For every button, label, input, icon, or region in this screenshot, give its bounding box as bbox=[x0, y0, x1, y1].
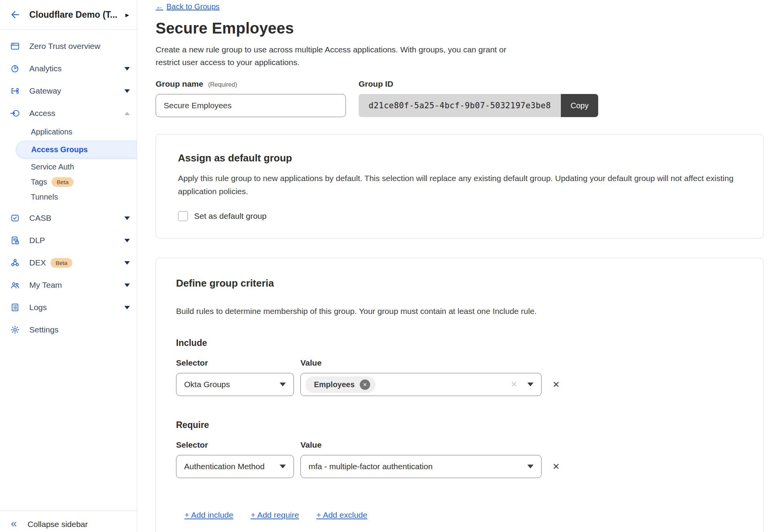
access-icon bbox=[10, 108, 20, 118]
include-labels-row: Selector Value bbox=[176, 358, 741, 368]
back-to-groups-link[interactable]: ← Back to Groups bbox=[156, 2, 220, 11]
chevron-right-icon[interactable]: ▸ bbox=[125, 11, 129, 18]
sidebar: Cloudflare Demo (T... ▸ Zero Trust overv… bbox=[0, 0, 137, 532]
require-value: mfa - multiple-factor authentication bbox=[309, 462, 433, 471]
selector-label: Selector bbox=[176, 358, 300, 368]
require-value-dropdown[interactable]: mfa - multiple-factor authentication bbox=[300, 455, 542, 478]
include-value-multiselect[interactable]: Employees ✕ ✕ bbox=[300, 373, 542, 396]
chevron-down-icon[interactable] bbox=[124, 261, 130, 265]
group-id-value: d21ce80f-5a25-4bcf-9b07-5032197e3be8 bbox=[359, 94, 561, 117]
sidebar-item-label: Tunnels bbox=[31, 193, 58, 201]
sidebar-item-label: Zero Trust overview bbox=[29, 42, 100, 51]
set-default-group-row[interactable]: Set as default group bbox=[178, 211, 741, 221]
window-icon bbox=[10, 41, 20, 51]
gateway-icon bbox=[10, 86, 20, 96]
sidebar-item-label: Service Auth bbox=[31, 163, 74, 171]
value-label: Value bbox=[300, 440, 322, 450]
sidebar-item-label: DEX bbox=[29, 258, 46, 267]
chevron-down-icon[interactable] bbox=[124, 284, 130, 287]
sidebar-item-casb[interactable]: CASB bbox=[0, 207, 137, 229]
sidebar-item-label: Logs bbox=[29, 303, 47, 312]
group-id-label: Group ID bbox=[359, 79, 598, 89]
group-fields-row: Group name (Required) Group ID d21ce80f-… bbox=[156, 79, 770, 117]
default-group-title: Assign as default group bbox=[178, 152, 741, 164]
sidebar-nav: Zero Trust overview Analytics Gateway bbox=[0, 30, 137, 510]
include-selector-value: Okta Groups bbox=[184, 380, 230, 389]
sidebar-item-label: Gateway bbox=[29, 86, 61, 96]
sidebar-item-my-team[interactable]: My Team bbox=[0, 274, 137, 296]
sidebar-item-analytics[interactable]: Analytics bbox=[0, 57, 137, 80]
account-name: Cloudflare Demo (T... bbox=[29, 10, 117, 20]
add-include-link[interactable]: + Add include bbox=[185, 510, 233, 520]
group-id-field: Group ID d21ce80f-5a25-4bcf-9b07-5032197… bbox=[359, 79, 598, 117]
page-title: Secure Employees bbox=[156, 20, 770, 37]
selector-label: Selector bbox=[176, 440, 300, 450]
criteria-description: Build rules to determine membership of t… bbox=[176, 305, 741, 318]
include-selector-dropdown[interactable]: Okta Groups bbox=[176, 373, 294, 396]
sidebar-item-label: DLP bbox=[29, 236, 45, 245]
sidebar-item-gateway[interactable]: Gateway bbox=[0, 80, 137, 102]
clear-icon[interactable]: ✕ bbox=[510, 380, 517, 389]
sidebar-item-zero-trust-overview[interactable]: Zero Trust overview bbox=[0, 35, 137, 57]
require-heading: Require bbox=[176, 420, 741, 430]
sidebar-item-label: My Team bbox=[29, 280, 62, 290]
default-group-card: Assign as default group Apply this rule … bbox=[156, 134, 763, 238]
sidebar-item-dex[interactable]: DEX Beta bbox=[0, 252, 137, 274]
sidebar-item-label: Settings bbox=[29, 325, 59, 334]
chevron-down-icon[interactable] bbox=[124, 216, 130, 220]
add-require-link[interactable]: + Add require bbox=[251, 510, 299, 520]
sidebar-item-tunnels[interactable]: Tunnels bbox=[0, 190, 137, 205]
chevron-down-icon[interactable] bbox=[124, 306, 130, 309]
require-selector-value: Authentication Method bbox=[184, 462, 265, 471]
sidebar-item-dlp[interactable]: DLP bbox=[0, 229, 137, 252]
sidebar-item-label: Tags bbox=[31, 178, 47, 186]
sidebar-item-access-groups[interactable]: Access Groups bbox=[16, 141, 137, 158]
group-name-input[interactable] bbox=[156, 94, 346, 117]
chevron-down-icon[interactable] bbox=[124, 239, 130, 242]
require-selector-dropdown[interactable]: Authentication Method bbox=[176, 455, 294, 478]
chevron-down-icon bbox=[527, 383, 533, 386]
back-arrow-icon: ← bbox=[156, 2, 163, 11]
chevron-down-icon[interactable] bbox=[124, 89, 130, 93]
sidebar-item-logs[interactable]: Logs bbox=[0, 296, 137, 319]
require-labels-row: Selector Value bbox=[176, 440, 741, 450]
require-rule-row: Authentication Method mfa - multiple-fac… bbox=[176, 455, 741, 478]
page-description: Create a new rule group to use across mu… bbox=[156, 43, 527, 69]
add-exclude-link[interactable]: + Add exclude bbox=[316, 510, 367, 520]
casb-icon bbox=[10, 213, 20, 223]
sidebar-item-settings[interactable]: Settings bbox=[0, 319, 137, 341]
rule-actions-row: + Add include + Add require + Add exclud… bbox=[185, 510, 741, 520]
required-hint: (Required) bbox=[208, 81, 237, 88]
chevron-up-icon[interactable] bbox=[124, 112, 130, 115]
tag-remove-icon[interactable]: ✕ bbox=[360, 379, 370, 390]
beta-badge: Beta bbox=[52, 177, 74, 187]
remove-include-rule-icon[interactable]: ✕ bbox=[552, 380, 560, 389]
sidebar-item-tags[interactable]: Tags Beta bbox=[0, 175, 137, 190]
remove-require-rule-icon[interactable]: ✕ bbox=[552, 462, 560, 471]
value-tag-label: Employees bbox=[314, 380, 355, 389]
chevron-down-icon[interactable] bbox=[124, 67, 130, 70]
group-name-label: Group name bbox=[156, 79, 203, 88]
criteria-card: Define group criteria Build rules to det… bbox=[156, 258, 763, 532]
sidebar-item-label: Analytics bbox=[29, 64, 62, 73]
sidebar-item-applications[interactable]: Applications bbox=[0, 124, 137, 139]
document-lock-icon bbox=[10, 235, 20, 245]
include-heading: Include bbox=[176, 338, 741, 348]
beta-badge: Beta bbox=[50, 258, 72, 268]
sidebar-account-header[interactable]: Cloudflare Demo (T... ▸ bbox=[0, 0, 137, 30]
back-arrow-icon[interactable] bbox=[10, 10, 20, 20]
collapse-sidebar-button[interactable]: « Collapse sidebar bbox=[0, 510, 137, 532]
sidebar-item-label: Access Groups bbox=[31, 145, 88, 154]
value-label: Value bbox=[300, 358, 322, 368]
zero-trust-dashboard: Cloudflare Demo (T... ▸ Zero Trust overv… bbox=[0, 0, 770, 532]
chevron-down-icon bbox=[527, 465, 533, 468]
sidebar-item-service-auth[interactable]: Service Auth bbox=[0, 159, 137, 175]
copy-button[interactable]: Copy bbox=[561, 94, 598, 117]
set-default-group-checkbox[interactable] bbox=[178, 211, 188, 221]
main-content: ← Back to Groups Secure Employees Create… bbox=[138, 0, 770, 532]
chevron-down-icon bbox=[280, 465, 286, 468]
value-tag: Employees ✕ bbox=[305, 376, 376, 393]
sidebar-item-label: CASB bbox=[29, 213, 51, 223]
gear-icon bbox=[10, 325, 20, 335]
sidebar-item-access[interactable]: Access bbox=[0, 102, 137, 124]
